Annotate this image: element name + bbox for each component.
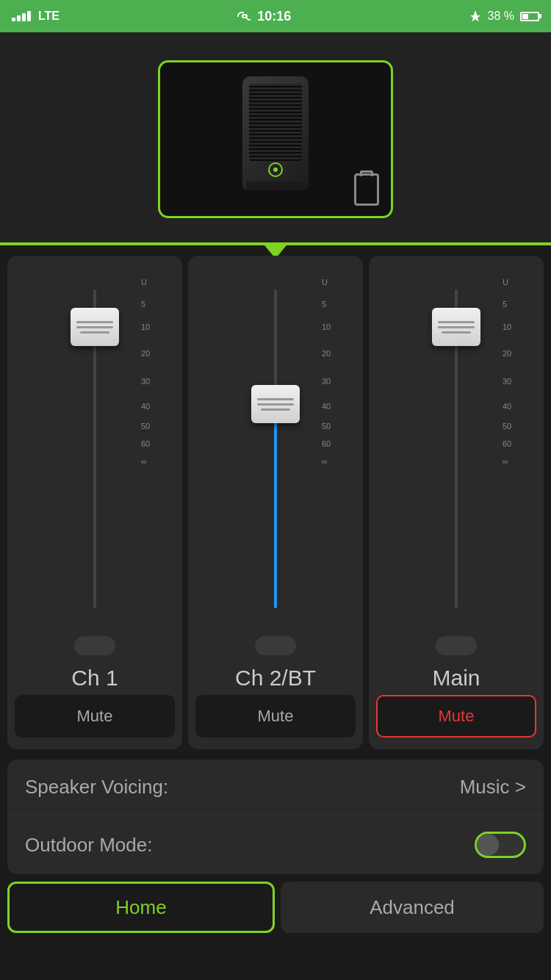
fader-knob-ch1[interactable] xyxy=(71,308,119,346)
speaker-base xyxy=(246,181,305,190)
fader-knob-main[interactable] xyxy=(432,308,480,346)
time-label: 10:16 xyxy=(257,9,291,24)
fader-area-ch2bt: U 5 10 20 30 40 50 60 ∞ xyxy=(195,267,356,630)
toggle-thumb xyxy=(477,834,499,856)
speaker-body xyxy=(242,76,309,190)
speaker-grille xyxy=(249,84,302,161)
link-icon xyxy=(237,11,253,21)
signal-bar-1 xyxy=(12,18,15,21)
signal-bar-3 xyxy=(22,13,26,21)
fader-knob-line-1 xyxy=(76,321,113,323)
device-card[interactable] xyxy=(158,60,393,218)
channel-strip-main: U 5 10 20 30 40 50 60 ∞ Main Mute xyxy=(369,256,544,749)
eq-button-ch2bt[interactable] xyxy=(255,636,296,655)
status-right: 38 % xyxy=(469,10,539,23)
fader-knob-line-2 xyxy=(76,326,113,328)
tab-home[interactable]: Home xyxy=(7,882,275,933)
battery-fill xyxy=(522,14,528,19)
speaker-logo-dot xyxy=(273,167,278,172)
status-center: 10:16 xyxy=(237,9,291,24)
fader-area-main: U 5 10 20 30 40 50 60 ∞ xyxy=(376,267,536,630)
fader-knob-line-2 xyxy=(257,403,294,406)
tab-home-label: Home xyxy=(115,896,166,919)
outdoor-mode-row: Outdoor Mode: xyxy=(7,815,544,874)
speaker-voicing-label: Speaker Voicing: xyxy=(25,776,168,799)
fader-knob-line-3 xyxy=(442,331,471,334)
green-line xyxy=(0,242,551,245)
scale-main: U 5 10 20 30 40 50 60 ∞ xyxy=(503,267,533,630)
mute-button-ch1[interactable]: Mute xyxy=(15,695,175,738)
outdoor-mode-label: Outdoor Mode: xyxy=(25,834,152,857)
signal-bar-4 xyxy=(27,11,31,21)
scale-ch2bt: U 5 10 20 30 40 50 60 ∞ xyxy=(322,267,353,630)
fader-area-ch1: U 5 10 20 30 40 50 60 ∞ xyxy=(15,267,175,630)
status-left: LTE xyxy=(12,10,60,23)
mute-button-ch2bt[interactable]: Mute xyxy=(195,695,356,738)
mixer-section: U 5 10 20 30 40 50 60 ∞ Ch 1 Mute xyxy=(0,245,551,760)
channel-strip-ch1: U 5 10 20 30 40 50 60 ∞ Ch 1 Mute xyxy=(7,256,182,749)
status-bar: LTE 10:16 38 % xyxy=(0,0,551,32)
scale-ch1: U 5 10 20 30 40 50 60 ∞ xyxy=(141,267,172,630)
nav-tabs: Home Advanced xyxy=(7,882,544,933)
speaker-voicing-row[interactable]: Speaker Voicing: Music > xyxy=(7,760,544,815)
tab-advanced[interactable]: Advanced xyxy=(281,882,544,933)
eq-button-main[interactable] xyxy=(436,636,477,655)
location-icon xyxy=(469,10,482,23)
mute-button-main[interactable]: Mute xyxy=(376,695,536,738)
tab-advanced-label: Advanced xyxy=(370,896,455,919)
eq-button-ch1[interactable] xyxy=(74,636,115,655)
fader-knob-line-1 xyxy=(257,398,294,400)
fader-knob-line-3 xyxy=(80,331,109,334)
device-section xyxy=(0,32,551,245)
outdoor-mode-toggle[interactable] xyxy=(475,832,526,858)
fader-knob-line-1 xyxy=(438,321,475,323)
channel-name-main: Main xyxy=(432,666,480,691)
device-battery-icon xyxy=(354,173,379,206)
signal-bar-2 xyxy=(17,15,21,21)
fader-track-blue-ch2bt xyxy=(274,414,277,608)
fader-knob-line-3 xyxy=(261,408,290,411)
battery-icon xyxy=(520,12,539,21)
speaker-image xyxy=(235,76,316,201)
channel-name-ch2bt: Ch 2/BT xyxy=(235,666,316,691)
channel-name-ch1: Ch 1 xyxy=(71,666,118,691)
signal-icon xyxy=(12,11,31,21)
battery-percentage: 38 % xyxy=(488,10,514,23)
carrier-label: LTE xyxy=(38,10,60,23)
settings-section: Speaker Voicing: Music > Outdoor Mode: xyxy=(7,760,544,874)
fader-knob-ch2bt[interactable] xyxy=(251,385,300,423)
speaker-logo xyxy=(268,162,283,177)
fader-knob-line-2 xyxy=(438,326,475,328)
channel-strip-ch2bt: U 5 10 20 30 40 50 60 ∞ Ch 2/BT Mute xyxy=(188,256,363,749)
speaker-voicing-value: Music > xyxy=(460,776,526,799)
